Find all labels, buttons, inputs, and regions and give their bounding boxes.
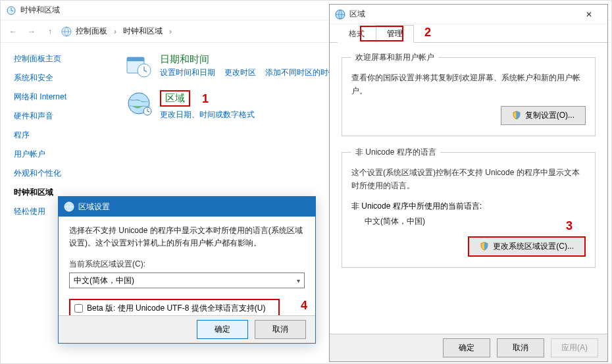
region-titlebar: 区域 ✕: [330, 5, 607, 24]
nav-up-icon[interactable]: ↑: [43, 24, 57, 39]
annotation-1: 1: [202, 92, 209, 106]
datetime-links: 设置时间和日期 更改时区 添加不同时区的时钟: [160, 67, 336, 78]
datetime-heading[interactable]: 日期和时间: [160, 53, 336, 66]
region-apply-button: 应用(A): [551, 338, 598, 357]
link-set-datetime[interactable]: 设置时间和日期: [160, 67, 215, 78]
date-time-icon: [126, 53, 152, 80]
sidebar-item-appearance[interactable]: 外观和个性化: [14, 168, 106, 179]
locale-combo[interactable]: 中文(简体，中国) ▾: [69, 273, 305, 288]
change-system-locale-label: 更改系统区域设置(C)...: [493, 241, 574, 252]
current-locale-value: 中文(简体，中国): [365, 216, 586, 227]
region-cancel-button[interactable]: 取消: [497, 338, 544, 357]
sidebar-home[interactable]: 控制面板主页: [14, 53, 106, 65]
nav-back-icon[interactable]: ←: [6, 24, 20, 39]
sidebar-item-programs[interactable]: 程序: [14, 130, 106, 141]
crumb-current[interactable]: 时钟和区域: [123, 26, 163, 37]
cp-title-text: 时钟和区域: [20, 5, 60, 16]
region-ok-button[interactable]: 确定: [443, 338, 490, 357]
welcome-text: 查看你的国际设置并将其复制到欢迎屏幕、系统帐户和新的用户帐户。: [351, 71, 586, 98]
svg-rect-3: [127, 57, 144, 61]
region-links: 更改日期、时间或数字格式: [160, 109, 255, 120]
crumb-home[interactable]: 控制面板: [76, 26, 107, 37]
region-icon: [126, 90, 152, 117]
locale-title-text: 区域设置: [78, 201, 110, 213]
link-change-timezone[interactable]: 更改时区: [224, 67, 256, 78]
locale-footer: 确定 取消: [59, 315, 315, 343]
welcome-legend: 欢迎屏幕和新用户帐户: [351, 52, 438, 63]
locale-settings-dialog: 区域设置 选择在不支持 Unicode 的程序中显示文本时所使用的语言(系统区域…: [58, 196, 316, 344]
nav-forward-icon[interactable]: →: [24, 24, 39, 39]
sidebar-item-hardware[interactable]: 硬件和声音: [14, 111, 106, 122]
cp-path-icon: [61, 26, 72, 37]
annotation-4: 4: [301, 299, 307, 313]
sidebar-item-network[interactable]: 网络和 Internet: [14, 91, 106, 103]
nonunicode-fieldset: 非 Unicode 程序的语言 这个设置(系统区域设置)控制在不支持 Unico…: [342, 147, 596, 268]
utf8-label: Beta 版: 使用 Unicode UTF-8 提供全球语言支持(U): [87, 303, 265, 314]
clock-region-icon: [6, 5, 16, 16]
region-heading[interactable]: 区域: [160, 90, 190, 107]
locale-desc: 选择在不支持 Unicode 的程序中显示文本时所使用的语言(系统区域设置)。这…: [69, 224, 305, 249]
tab-admin[interactable]: 管理: [376, 25, 414, 43]
crumb-sep-icon: ›: [114, 27, 116, 36]
tab-format[interactable]: 格式: [338, 25, 376, 43]
locale-body: 选择在不支持 Unicode 的程序中显示文本时所使用的语言(系统区域设置)。这…: [59, 217, 315, 325]
locale-combo-label: 当前系统区域设置(C):: [69, 259, 305, 270]
locale-combo-value: 中文(简体，中国): [74, 275, 134, 286]
region-close-button[interactable]: ✕: [576, 5, 602, 24]
copy-settings-label: 复制设置(O)...: [525, 110, 574, 121]
link-add-clocks[interactable]: 添加不同时区的时钟: [265, 67, 336, 78]
region-tabs: 格式 管理: [330, 24, 607, 43]
shield-icon: [512, 111, 521, 120]
shield-icon: [480, 242, 489, 251]
nonunicode-legend: 非 Unicode 程序的语言: [351, 147, 440, 158]
utf8-checkbox[interactable]: [74, 304, 83, 313]
region-title-text: 区域: [349, 9, 365, 20]
cp-sidebar: 控制面板主页 系统和安全 网络和 Internet 硬件和声音 程序 用户帐户 …: [14, 53, 106, 217]
sidebar-item-accounts[interactable]: 用户帐户: [14, 149, 106, 160]
change-system-locale-button[interactable]: 更改系统区域设置(C)...: [468, 236, 586, 257]
locale-cancel-button[interactable]: 取消: [255, 320, 306, 339]
welcome-fieldset: 欢迎屏幕和新用户帐户 查看你的国际设置并将其复制到欢迎屏幕、系统帐户和新的用户帐…: [342, 52, 596, 136]
link-change-formats[interactable]: 更改日期、时间或数字格式: [160, 109, 255, 120]
locale-ok-button[interactable]: 确定: [197, 320, 248, 339]
region-dialog: 区域 ✕ 格式 管理 2 欢迎屏幕和新用户帐户 查看你的国际设置并将其复制到欢迎…: [329, 4, 608, 362]
chevron-down-icon: ▾: [297, 277, 300, 284]
annotation-3: 3: [566, 219, 573, 233]
locale-titlebar: 区域设置: [59, 197, 315, 217]
copy-settings-button[interactable]: 复制设置(O)...: [501, 106, 586, 125]
region-footer: 确定 取消 应用(A): [330, 334, 607, 361]
crumb-sep2-icon: ›: [169, 27, 172, 36]
nonunicode-text: 这个设置(系统区域设置)控制在不支持 Unicode 的程序中显示文本时所使用的…: [351, 166, 586, 193]
sidebar-item-system[interactable]: 系统和安全: [14, 72, 106, 84]
region-content: 欢迎屏幕和新用户帐户 查看你的国际设置并将其复制到欢迎屏幕、系统帐户和新的用户帐…: [330, 43, 607, 288]
globe-small-icon: [335, 9, 345, 20]
current-locale-label: 非 Unicode 程序中所使用的当前语言:: [351, 201, 586, 212]
annotation-2: 2: [424, 26, 431, 39]
globe-small-icon: [64, 201, 74, 212]
